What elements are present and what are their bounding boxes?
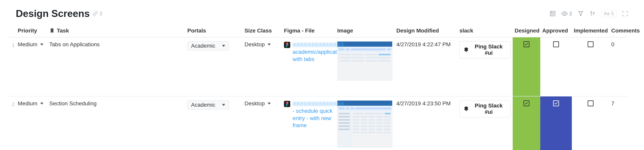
design-modified-cell: 4/27/2019 4:22:47 PM <box>394 37 458 52</box>
task-cell[interactable]: Tabs on Applications <box>47 37 185 52</box>
designed-cell[interactable] <box>513 37 540 96</box>
checkbox-checked-icon <box>524 41 530 47</box>
linked-records-count: 3 <box>99 10 102 17</box>
row-height-control[interactable]: Aa 5 <box>601 10 616 17</box>
portal-value: Academic <box>191 102 215 108</box>
figma-file-redacted: XXXXXXXXXXXXXX <box>292 41 347 48</box>
ping-slack-button[interactable]: Ping Slack #ui <box>460 41 511 58</box>
header-slack[interactable]: slack <box>458 25 513 37</box>
size-class-cell[interactable]: Desktop <box>242 96 282 111</box>
implemented-cell[interactable] <box>572 37 609 96</box>
header-comments[interactable]: Comments <box>609 25 642 37</box>
bell-icon <box>464 47 469 53</box>
svg-point-11 <box>286 105 287 106</box>
chevron-down-icon <box>40 103 44 105</box>
filter-button[interactable] <box>578 10 584 17</box>
ping-slack-label: Ping Slack #ui <box>471 103 506 115</box>
comments-cell[interactable]: 7 <box>609 96 628 111</box>
bell-icon <box>464 106 469 112</box>
views-count: 2 <box>569 11 572 17</box>
header-row: Priority Task Portals Size Class Figma -… <box>8 25 628 37</box>
image-thumbnail <box>337 100 392 148</box>
data-grid: Priority Task Portals Size Class Figma -… <box>8 25 628 150</box>
table-plus-icon <box>550 10 556 17</box>
chevron-down-icon <box>222 104 225 106</box>
approved-cell[interactable] <box>540 96 572 150</box>
header-priority[interactable]: Priority <box>16 25 47 37</box>
header-size-class[interactable]: Size Class <box>242 25 282 37</box>
header-task-label: Task <box>57 27 69 34</box>
expand-button[interactable] <box>622 10 628 17</box>
checkbox-checked-icon <box>524 100 530 106</box>
portals-cell[interactable]: Academic <box>185 96 242 113</box>
toolbar: 2 Aa 5 <box>550 10 628 17</box>
header-designed[interactable]: Designed <box>513 25 540 37</box>
priority-cell[interactable]: Medium <box>16 37 47 52</box>
implemented-cell[interactable] <box>572 96 609 150</box>
svg-point-1 <box>564 13 565 14</box>
font-label: Aa <box>604 11 610 16</box>
sort-button[interactable] <box>590 10 596 17</box>
svg-rect-0 <box>550 11 555 16</box>
figma-icon <box>284 101 290 107</box>
ping-slack-button[interactable]: Ping Slack #ui <box>460 100 511 117</box>
ping-slack-label: Ping Slack #ui <box>471 43 506 56</box>
expand-icon <box>622 10 628 17</box>
chevron-down-icon <box>222 45 225 47</box>
header-approved[interactable]: Approved <box>540 25 572 37</box>
chevron-down-icon <box>268 103 271 105</box>
insert-column-button[interactable] <box>550 10 556 17</box>
eye-icon <box>562 10 568 17</box>
checkbox-empty-icon <box>588 41 594 47</box>
svg-point-6 <box>286 46 287 47</box>
sort-icon <box>590 10 596 17</box>
header-portals[interactable]: Portals <box>185 25 242 37</box>
priority-value: Medium <box>18 41 38 48</box>
table-row: 1 Medium Tabs on Applications Academic D… <box>8 37 628 96</box>
designed-cell[interactable] <box>513 96 540 150</box>
filter-icon <box>578 10 584 17</box>
priority-value: Medium <box>18 100 38 107</box>
checkbox-empty-icon <box>553 41 559 47</box>
comments-cell[interactable]: 0 <box>609 37 628 52</box>
header-implemented[interactable]: Implemented <box>572 25 609 37</box>
page-title: Design Screens <box>16 8 90 19</box>
bookmark-icon <box>49 28 55 33</box>
header-task[interactable]: Task <box>47 25 185 37</box>
svg-point-10 <box>287 103 288 105</box>
row-number: 2 <box>8 96 16 111</box>
chevron-down-icon <box>40 43 44 45</box>
portal-value: Academic <box>191 43 215 49</box>
row-number: 1 <box>8 37 16 52</box>
figma-icon <box>284 42 290 48</box>
size-class-value: Desktop <box>244 100 265 107</box>
priority-cell[interactable]: Medium <box>16 96 47 111</box>
views-button[interactable]: 2 <box>562 10 572 17</box>
svg-point-8 <box>287 102 288 103</box>
figma-cell[interactable]: XXXXXXXXXXXXXX - schedule quick entry - … <box>282 96 335 133</box>
header-figma[interactable]: Figma - File <box>282 25 335 37</box>
figma-file-redacted: XXXXXXXXXXXXXX <box>292 100 344 108</box>
size-class-value: Desktop <box>244 41 265 48</box>
portals-cell[interactable]: Academic <box>185 37 242 54</box>
size-class-cell[interactable]: Desktop <box>242 37 282 52</box>
header-design-modified[interactable]: Design Modified <box>394 25 458 37</box>
slack-cell: Ping Slack #ui <box>458 37 513 62</box>
checkbox-empty-icon <box>588 100 594 106</box>
slack-cell: Ping Slack #ui <box>458 96 513 121</box>
linked-records-badge[interactable]: 3 <box>92 10 102 17</box>
chevron-down-icon <box>268 43 271 45</box>
link-icon <box>92 11 98 16</box>
approved-cell[interactable] <box>540 37 572 96</box>
header-rownum <box>8 28 16 34</box>
checkbox-checked-icon <box>553 100 559 106</box>
design-modified-cell: 4/27/2019 4:23:50 PM <box>394 96 458 111</box>
figma-cell[interactable]: XXXXXXXXXXXXXX academic/applications wit… <box>282 37 335 67</box>
svg-point-5 <box>287 44 288 46</box>
header-image[interactable]: Image <box>335 25 394 37</box>
task-cell[interactable]: Section Scheduling <box>47 96 185 111</box>
svg-point-3 <box>287 43 288 44</box>
row-height-value: 5 <box>611 11 614 16</box>
table-row: 2 Medium Section Scheduling Academic Des… <box>8 96 628 150</box>
